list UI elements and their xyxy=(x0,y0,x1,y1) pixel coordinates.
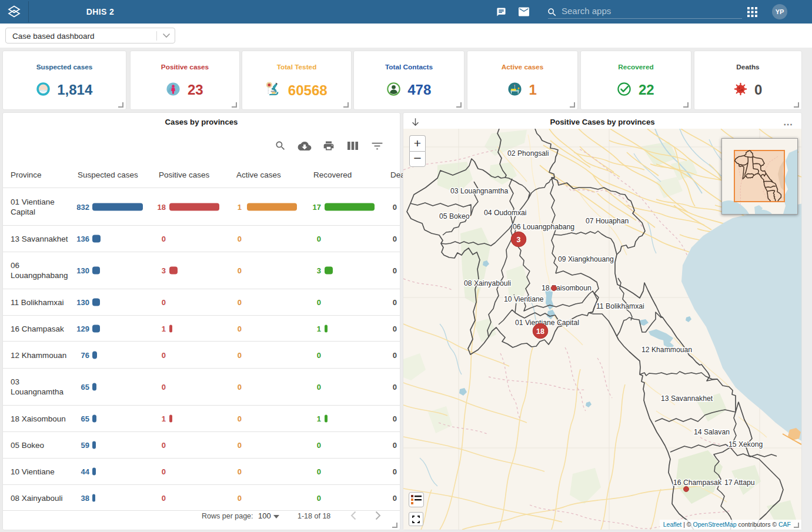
svg-text:06 Louangphabang: 06 Louangphabang xyxy=(513,223,574,231)
svg-text:10 Vientiane: 10 Vientiane xyxy=(504,295,544,303)
svg-text:01 Vientiane Capital: 01 Vientiane Capital xyxy=(515,319,579,327)
svg-text:07 Houaphan: 07 Houaphan xyxy=(586,217,629,225)
svg-text:16 Champasak: 16 Champasak xyxy=(673,479,722,487)
svg-text:18: 18 xyxy=(536,327,544,336)
svg-text:12 Khammouan: 12 Khammouan xyxy=(641,346,692,354)
svg-text:11 Bolikhamxai: 11 Bolikhamxai xyxy=(596,302,644,310)
svg-text:14 Salavan: 14 Salavan xyxy=(694,428,730,436)
svg-text:3: 3 xyxy=(517,236,521,244)
svg-text:15 Xekong: 15 Xekong xyxy=(729,440,763,449)
svg-text:03 Louangnamtha: 03 Louangnamtha xyxy=(450,187,508,195)
svg-text:08 Xainyabouli: 08 Xainyabouli xyxy=(464,279,511,287)
svg-text:02 Phongsali: 02 Phongsali xyxy=(507,149,549,158)
svg-text:04 Oudomxai: 04 Oudomxai xyxy=(484,209,527,217)
svg-text:13 Savannakhet: 13 Savannakhet xyxy=(661,394,713,403)
svg-text:05 Bokeo: 05 Bokeo xyxy=(439,212,470,220)
svg-text:18 Xaisomboun: 18 Xaisomboun xyxy=(542,284,592,292)
svg-text:17 Attapu: 17 Attapu xyxy=(724,479,755,487)
svg-text:09 Xiangkhouang: 09 Xiangkhouang xyxy=(558,255,614,263)
